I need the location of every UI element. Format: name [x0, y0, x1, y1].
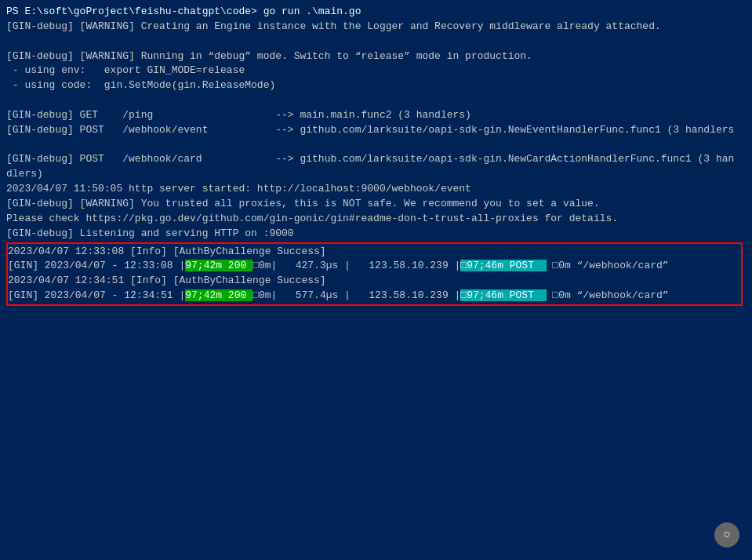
highlight-line-2: [GIN] 2023/04/07 - 12:33:08 |97;42m 200 … [8, 259, 741, 274]
scroll-indicator[interactable]: ○ [714, 522, 739, 547]
log-line-11: Please check https://pkg.go.dev/github.c… [6, 212, 746, 227]
log-line-1: [GIN-debug] [WARNING] Creating an Engine… [6, 20, 746, 35]
log-line-blank-2 [6, 93, 746, 108]
log-line-9: 2023/04/07 11:50:05 http server started:… [6, 182, 746, 197]
log-line-6: [GIN-debug] POST /webhook/event --> gith… [6, 123, 746, 138]
log-line-8: dlers) [6, 167, 746, 182]
terminal-window: PS E:\soft\goProject\feishu-chatgpt\code… [0, 0, 752, 560]
highlighted-log-block: 2023/04/07 12:33:08 [Info] [AuthByChalle… [6, 242, 743, 306]
highlight-line-4: [GIN] 2023/04/07 - 12:34:51 |97;42m 200 … [8, 289, 741, 304]
log-line-3: - using env: export GIN_MODE=release [6, 64, 746, 78]
log-line-12: [GIN-debug] Listening and serving HTTP o… [6, 227, 746, 242]
log-line-2: [GIN-debug] [WARNING] Running in “debug”… [6, 49, 746, 64]
highlight-line-3: 2023/04/07 12:34:51 [Info] [AuthByChalle… [8, 274, 741, 289]
log-line-4: - using code: gin.SetMode(gin.ReleaseMod… [6, 78, 746, 93]
log-line-blank-3 [6, 138, 746, 153]
log-line-10: [GIN-debug] [WARNING] You trusted all pr… [6, 197, 746, 212]
prompt-line: PS E:\soft\goProject\feishu-chatgpt\code… [6, 5, 746, 20]
log-line-5: [GIN-debug] GET /ping --> main.main.func… [6, 108, 746, 123]
scroll-icon: ○ [723, 528, 731, 542]
log-line-7: [GIN-debug] POST /webhook/card --> githu… [6, 152, 746, 167]
highlight-line-1: 2023/04/07 12:33:08 [Info] [AuthByChalle… [8, 245, 741, 260]
log-line-blank-1 [6, 35, 746, 49]
